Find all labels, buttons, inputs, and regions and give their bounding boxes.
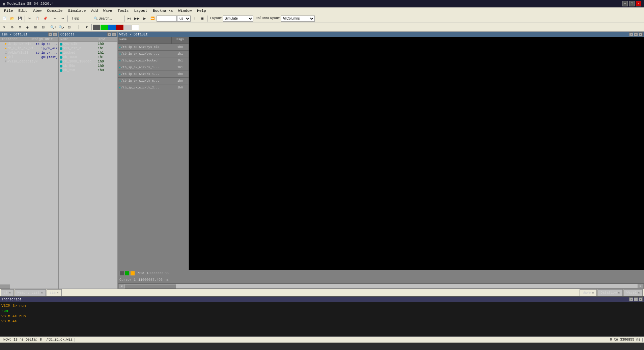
- run-all-button[interactable]: ▶▶: [133, 15, 141, 22]
- menu-edit[interactable]: Edit: [16, 8, 30, 14]
- maximize-button[interactable]: □: [629, 1, 635, 6]
- menu-add[interactable]: Add: [88, 8, 101, 14]
- sig-row-3[interactable]: ◀ /tb_ip_ck_wiz/ck_1... 1h1: [118, 64, 189, 71]
- wave-color-4[interactable]: [116, 25, 123, 30]
- sim-scroll-thumb[interactable]: [0, 285, 10, 289]
- help-button[interactable]: Help: [69, 15, 82, 22]
- tab-dataflow-close[interactable]: ✕: [618, 291, 620, 294]
- menu-wave[interactable]: Wave: [101, 8, 115, 14]
- new-button[interactable]: 📄: [1, 15, 8, 22]
- time-unit-select[interactable]: usnsps: [177, 16, 191, 22]
- sig-row-5[interactable]: ◀ /tb_ip_ck_wiz/ck_5... 1h0: [118, 78, 189, 84]
- waveform-display[interactable]: [189, 37, 644, 270]
- scroll-left-btn[interactable]: ◀: [119, 284, 124, 289]
- tab-memory-list[interactable]: Memory List ✕: [15, 289, 46, 296]
- sim-item-3[interactable]: ▶ gbl gbl(fast): [0, 55, 58, 59]
- menu-tools[interactable]: Tools: [115, 8, 131, 14]
- paste-button[interactable]: 📌: [41, 15, 49, 22]
- menu-layout[interactable]: Layout: [131, 8, 150, 14]
- transcript-max-btn[interactable]: □: [634, 297, 638, 301]
- obj-row-1[interactable]: sys_rst_n 1h1: [59, 46, 117, 51]
- wave-tb-btn4[interactable]: ◈: [24, 24, 31, 31]
- restart-button[interactable]: ⏮: [125, 15, 133, 22]
- wave-color-6[interactable]: [132, 25, 139, 30]
- obj-row-0[interactable]: sys_clk 1h0: [59, 42, 117, 46]
- scroll-right-btn[interactable]: ▶: [638, 284, 643, 289]
- wave-color-2[interactable]: [101, 25, 108, 30]
- obj-row-3[interactable]: ck_100m 1h1: [59, 55, 117, 59]
- wave-tb-btn3[interactable]: ⊖: [16, 24, 24, 31]
- tab-ct[interactable]: ct ✕: [1, 289, 14, 296]
- wave-add-btn[interactable]: +: [634, 32, 638, 36]
- sim-header-buttons[interactable]: + ✕: [48, 32, 57, 36]
- menu-file[interactable]: File: [1, 8, 16, 14]
- run-button[interactable]: ▶: [141, 15, 148, 22]
- wave-tb-btn5[interactable]: ⊞: [32, 24, 39, 31]
- step-button[interactable]: ⏩: [149, 15, 156, 22]
- zoom-in-button[interactable]: 🔍+: [49, 24, 57, 31]
- tab-sim-close[interactable]: ✕: [57, 291, 59, 294]
- run-time-input[interactable]: 1000: [157, 16, 177, 22]
- wave-tb-btn1[interactable]: ↖: [1, 24, 8, 31]
- wave-bar-icons[interactable]: [119, 271, 135, 276]
- tab-sim[interactable]: sim ✕: [47, 289, 62, 296]
- wave-close-btn[interactable]: ✕: [639, 32, 643, 36]
- wave-tb-btn2[interactable]: ⊕: [8, 24, 16, 31]
- zoom-fit-button[interactable]: ⊡: [65, 24, 73, 31]
- cursor-button[interactable]: │: [75, 24, 83, 31]
- sig-row-4[interactable]: ◀ /tb_ip_ck_wiz/ck_1... 1h0: [118, 71, 189, 78]
- transcript-close-btn[interactable]: ✕: [639, 297, 643, 301]
- wave-tb-btn6[interactable]: ⊟: [39, 24, 47, 31]
- sig-row-6[interactable]: ◀ /tb_ip_ck_wiz/ck_2... 1h0: [118, 84, 189, 91]
- wave-expand-btn[interactable]: ⤢: [629, 32, 633, 36]
- sim-close-btn[interactable]: ✕: [53, 32, 57, 36]
- wave-icon-3[interactable]: [130, 271, 135, 276]
- sim-hscroll[interactable]: [0, 284, 58, 289]
- wave-icon-2[interactable]: [125, 271, 130, 276]
- obj-row-5[interactable]: ck_50m 1h0: [59, 64, 117, 68]
- search-button[interactable]: 🔍 Search...: [83, 15, 123, 22]
- window-controls[interactable]: ─ □ ✕: [622, 1, 641, 6]
- open-button[interactable]: 📂: [8, 15, 16, 22]
- sig-row-0[interactable]: ◀ /tb_ip_ck_wiz/sys_clk 1h0: [118, 44, 189, 51]
- tab-memory-close[interactable]: ✕: [41, 291, 43, 294]
- sim-item-1[interactable]: ▶ tb_u_ip_ck_wi... ip_ck_wiz(f...: [0, 46, 58, 51]
- copy-button[interactable]: 📋: [34, 15, 41, 22]
- wave-hscroll[interactable]: ◀ ▶: [118, 283, 644, 289]
- menu-window[interactable]: Window: [176, 8, 195, 14]
- sim-add-btn[interactable]: +: [48, 32, 52, 36]
- menu-view[interactable]: View: [30, 8, 44, 14]
- wave-header-buttons[interactable]: ⤢ + ✕: [629, 32, 643, 36]
- wave-color-1[interactable]: [93, 25, 100, 30]
- objects-close-btn[interactable]: ✕: [112, 32, 116, 36]
- sim-item-0[interactable]: ▼ tb_ip_ck_wiz tb_ip_ck_...: [0, 42, 58, 46]
- tab-wave1-close[interactable]: ✕: [638, 291, 640, 294]
- sim-item-2[interactable]: ⬡ #ALWAYS#23 tb_ip_ck_...: [0, 51, 58, 55]
- obj-row-4[interactable]: ck_100m_180deg 1h0: [59, 59, 117, 64]
- tab-wave[interactable]: Wave ✕: [580, 289, 597, 296]
- zoom-out-button[interactable]: 🔍-: [58, 24, 65, 31]
- tab-wave1[interactable]: Wave1 ✕: [623, 289, 643, 296]
- stop-button[interactable]: ⏹: [199, 15, 206, 22]
- menu-simulate[interactable]: Simulate: [65, 8, 88, 14]
- minimize-button[interactable]: ─: [622, 1, 628, 6]
- wave-color-3[interactable]: [108, 25, 116, 30]
- objects-header-buttons[interactable]: + ✕: [107, 32, 116, 36]
- menu-bookmarks[interactable]: Bookmarks: [150, 8, 175, 14]
- layout-select[interactable]: Simulate Debug: [223, 16, 253, 22]
- transcript-header-buttons[interactable]: ⤢ □ ✕: [629, 297, 643, 301]
- break-button[interactable]: ⏸: [191, 15, 198, 22]
- sig-row-1[interactable]: ◀ /tb_ip_ck_wiz/sys_... 1h1: [118, 51, 189, 57]
- close-button[interactable]: ✕: [636, 1, 641, 6]
- tab-wave-close[interactable]: ✕: [592, 291, 594, 294]
- obj-row-2[interactable]: locked 1h1: [59, 51, 117, 55]
- menu-help[interactable]: Help: [194, 8, 208, 14]
- col-layout-select[interactable]: AllColumns: [281, 16, 315, 22]
- redo-button[interactable]: ↪: [59, 15, 66, 22]
- tab-dataflow[interactable]: Dataflow ✕: [597, 289, 623, 296]
- obj-row-6[interactable]: ck_25m 1h0: [59, 68, 117, 73]
- marker-button[interactable]: ▼: [83, 24, 90, 31]
- wave-icon-1[interactable]: [119, 271, 124, 276]
- transcript-input[interactable]: [1, 324, 643, 328]
- menu-compile[interactable]: Compile: [44, 8, 65, 14]
